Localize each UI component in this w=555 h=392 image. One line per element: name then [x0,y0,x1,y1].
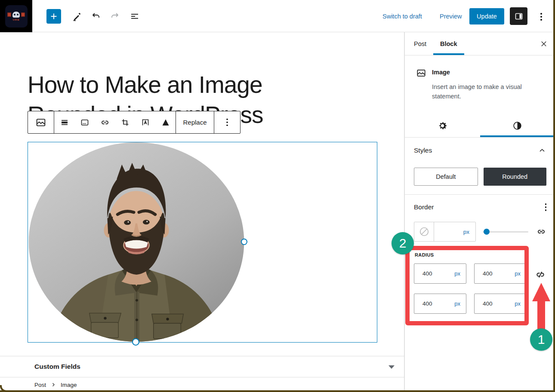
switch-to-draft-link[interactable]: Switch to draft [382,13,422,20]
align-icon [59,117,70,128]
caption-icon [80,117,90,128]
logo-skull-icon [12,12,20,18]
no-color-icon [419,226,430,237]
annotation-step-2-badge: 2 [392,232,414,254]
radius-unlink-button[interactable] [535,269,546,280]
image-icon [35,116,47,129]
block-inserter-button[interactable] [46,9,61,24]
gear-icon [437,120,448,131]
logo-glyph-left [7,12,11,17]
logo-glyph-right [21,12,25,17]
ellipsis-icon [540,13,542,21]
styles-contrast-icon [512,120,523,131]
site-logo-button[interactable]: URB [0,0,32,32]
styles-panel-header[interactable]: Styles [414,146,546,155]
sidebar-toggle-icon [514,11,524,21]
close-sidebar-button[interactable] [540,40,548,48]
pencil-icon [72,11,82,21]
link-icon [536,227,546,237]
breadcrumb: Post Image [0,377,404,392]
crop-icon [120,117,130,128]
close-icon [540,40,548,48]
breadcrumb-post[interactable]: Post [34,382,46,388]
preview-link[interactable]: Preview [440,13,462,20]
settings-panel-toggle[interactable] [510,7,527,25]
chevron-down-icon[interactable] [388,365,395,369]
resize-handle-right[interactable] [241,239,247,245]
link-button[interactable] [95,111,115,133]
border-title: Border [414,203,434,211]
border-width-slider[interactable] [483,229,528,235]
site-logo-icon: URB [5,5,28,28]
duotone-icon [160,117,171,128]
sidebar-tabs: Post Block [405,32,555,55]
border-color-button[interactable] [414,222,434,241]
block-card-title: Image [432,67,545,79]
image-block-icon [416,67,427,79]
editor-canvas: How to Make an Image Rounded in WordPres… [0,32,404,392]
options-menu-button[interactable] [537,12,546,22]
style-variations: Default Rounded [414,168,546,186]
ellipsis-icon [226,119,228,126]
style-rounded-button[interactable]: Rounded [484,168,547,186]
undo-button[interactable] [90,11,102,22]
unlink-icon [535,269,546,280]
update-button[interactable]: Update [469,8,504,24]
text-overlay-icon [140,117,151,128]
block-card-description: Insert an image to make a visual stateme… [432,82,545,101]
chevron-right-icon [51,382,56,387]
caption-button[interactable] [74,111,95,133]
crop-button[interactable] [115,111,135,133]
wordpress-block-editor: URB Switch to draft Preview Update How t [0,0,555,392]
undo-icon [91,11,101,21]
resize-handle-bottom[interactable] [132,338,139,346]
redo-button[interactable] [109,11,120,22]
tab-styles[interactable] [480,114,555,137]
image-block-selected[interactable] [28,142,377,343]
image-block-toolbar: Replace [28,111,240,134]
list-view-button[interactable] [129,11,140,22]
duotone-filter-button[interactable] [155,111,176,133]
tab-post[interactable]: Post [407,32,433,55]
text-over-image-button[interactable] [135,111,155,133]
custom-fields-label: Custom Fields [34,363,80,371]
align-button[interactable] [54,111,74,133]
border-width-controls: px [414,222,546,242]
divider [405,194,555,195]
tab-block[interactable]: Block [433,32,464,55]
replace-button[interactable]: Replace [176,111,214,133]
change-block-type-button[interactable] [28,111,54,133]
redo-icon [110,11,120,21]
border-width-group: px [414,222,476,242]
logo-caption: URB [13,18,20,21]
border-options-button[interactable] [545,203,547,211]
styles-title: Styles [414,147,432,154]
annotation-step-1-badge: 1 [530,328,552,351]
border-link-sides-button[interactable] [536,227,546,237]
style-default-button[interactable]: Default [414,168,478,186]
annotation-highlight-rectangle [405,246,529,325]
edit-mode-button[interactable] [71,11,83,22]
plus-icon [49,12,59,21]
slider-thumb[interactable] [484,229,490,235]
border-width-unit-select[interactable]: px [434,222,475,241]
tab-settings[interactable] [405,114,480,137]
rounded-portrait-image[interactable] [28,142,245,342]
chevron-up-icon[interactable] [538,146,546,155]
border-panel-header: Border [414,203,546,211]
annotation-arrow-head [532,283,550,301]
custom-fields-panel[interactable]: Custom Fields [0,356,404,377]
block-options-button[interactable] [214,111,240,133]
editor-topbar: URB Switch to draft Preview Update [0,0,555,32]
list-view-icon [130,11,140,21]
breadcrumb-image[interactable]: Image [61,382,77,388]
link-icon [100,117,110,128]
block-settings-tabs [405,114,555,138]
block-card: Image Insert an image to make a visual s… [416,67,545,101]
